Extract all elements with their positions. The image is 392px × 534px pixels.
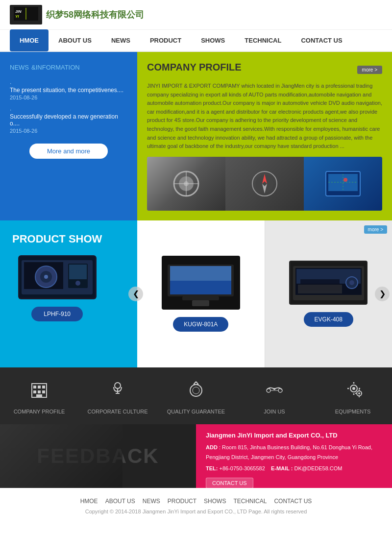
mic-svg-icon <box>108 380 127 399</box>
product-device-2-icon <box>163 257 239 309</box>
svg-point-53 <box>193 387 199 394</box>
svg-point-40 <box>349 280 354 285</box>
email-label: E-MAIL : <box>271 465 293 471</box>
footer-copyright: Copyright © 2014-2018 Jiangmen JinYi Imp… <box>10 509 382 514</box>
tel-number: +86-0750-3065582 <box>220 465 265 471</box>
footer-company-label: COMPANY PROFILE <box>14 409 65 414</box>
footer-nav-product[interactable]: PRODUCT <box>168 498 196 505</box>
footer-icon-company[interactable]: COMPANY PROFILE <box>0 367 78 424</box>
svg-point-57 <box>267 388 270 392</box>
svg-rect-48 <box>36 394 42 397</box>
contact-us-button[interactable]: CONTACT US <box>206 478 253 488</box>
svg-rect-30 <box>170 266 231 281</box>
feedback-hand-image <box>0 424 122 488</box>
footer-icon-corporate[interactable]: CORPORATE CULTURE <box>78 367 157 424</box>
navigation: HMOE ABOUT US NEWS PRODUCT SHOWS TECHNIC… <box>0 30 392 52</box>
footer-nav-home[interactable]: HMOE <box>80 498 98 505</box>
svg-rect-45 <box>33 390 36 393</box>
nav-home[interactable]: HMOE <box>10 29 49 51</box>
nav-news[interactable]: NEWS <box>101 29 140 51</box>
product-more-button[interactable]: more > <box>364 225 387 234</box>
profile-title: COMPANY PROFILE <box>147 62 242 73</box>
nav-screen-icon <box>323 169 363 198</box>
footer-icons-bar: COMPANY PROFILE CORPORATE CULTURE QUALIT… <box>0 367 392 424</box>
svg-rect-25 <box>69 265 87 279</box>
car-wheel-icon <box>167 169 206 198</box>
news-subtitle: &INFORMATION <box>31 64 80 71</box>
mic-icon <box>108 380 127 404</box>
email-address: DK@DEDE58.COM <box>294 465 343 471</box>
footer-icon-equipment[interactable]: EQUIPMENTS <box>314 367 392 424</box>
logo-box: JIN YI <box>10 5 42 24</box>
footer-nav-news[interactable]: NEWS <box>143 498 160 505</box>
profile-more-button[interactable]: more > <box>357 66 382 74</box>
contact-address: ADD : Room 815, Jinhua Business Building… <box>206 443 382 462</box>
nav-product[interactable]: PRODUCT <box>140 29 191 51</box>
profile-img-nav <box>304 157 382 211</box>
gear-icon <box>343 380 363 404</box>
news-item-1: · The present situation, the competitive… <box>10 80 127 100</box>
logo-text: 织梦58网络科技有限公司 <box>46 9 144 21</box>
product-items-wrapper: ❮ KUGW-801A more > <box>137 220 392 367</box>
handshake-icon <box>265 380 284 404</box>
product-item-1: LPHF-910 <box>12 255 102 321</box>
footer-nav-links: HMOE ABOUT US NEWS PRODUCT SHOWS TECHNIC… <box>10 498 382 505</box>
tel-label: TEL: <box>206 465 218 471</box>
logo-icon: JIN YI <box>14 7 38 21</box>
news-more-button[interactable]: More and more <box>29 144 108 159</box>
svg-point-58 <box>278 388 282 392</box>
contact-section: Jiangmen JinYi Import and Export CO., LT… <box>196 424 392 488</box>
nav-about[interactable]: ABOUT US <box>49 29 101 51</box>
news-link-2[interactable]: Successfully developed a new generation … <box>10 113 127 127</box>
svg-rect-32 <box>192 300 209 306</box>
contact-address-text: : Room 815, Jinhua Business Building, No… <box>206 444 372 460</box>
news-item-2: · Successfully developed a new generatio… <box>10 106 127 134</box>
product-img-2 <box>162 256 240 310</box>
product-img-1 <box>18 255 97 299</box>
feedback-section: FEEDBACK <box>0 424 196 488</box>
news-link-1[interactable]: The present situation, the competitivene… <box>10 87 127 94</box>
nav-shows[interactable]: SHOWS <box>191 29 235 51</box>
nav-contact[interactable]: CONTACT US <box>291 29 352 51</box>
product-btn-2[interactable]: KUGW-801A <box>173 317 228 332</box>
product-btn-1[interactable]: LPHF-910 <box>31 307 83 321</box>
profile-img-compass <box>225 157 304 211</box>
news-title: NEWS &INFORMATION <box>10 62 127 72</box>
logo: JIN YI 织梦58网络科技有限公司 <box>10 5 144 24</box>
product-btn-3[interactable]: EVGK-408 <box>304 312 353 327</box>
product-device-1-icon <box>19 256 95 298</box>
footer-join-label: JOIN US <box>264 409 285 414</box>
footer-nav-contact[interactable]: CONTACT US <box>274 498 312 505</box>
news-date-2: 2015-08-26 <box>10 128 127 134</box>
news-profile-row: NEWS &INFORMATION · The present situatio… <box>0 52 392 220</box>
svg-rect-43 <box>38 386 41 388</box>
footer-nav: HMOE ABOUT US NEWS PRODUCT SHOWS TECHNIC… <box>0 488 392 524</box>
svg-point-52 <box>190 385 202 396</box>
bottom-row: FEEDBACK Jiangmen JinYi Import and Expor… <box>0 424 392 488</box>
product-next-button[interactable]: ❯ <box>375 287 390 301</box>
add-label: ADD <box>206 444 218 450</box>
footer-icon-quality[interactable]: QUALITY GUARANTEE <box>157 367 235 424</box>
building-svg-icon <box>29 380 49 399</box>
product-img-3 <box>289 261 368 305</box>
profile-img-car <box>147 157 225 211</box>
nav-technical[interactable]: TECHNICAL <box>235 29 291 51</box>
footer-icon-join[interactable]: JOIN US <box>235 367 314 424</box>
product-item-2: KUGW-801A <box>137 220 265 367</box>
svg-point-17 <box>343 178 347 182</box>
footer-quality-label: QUALITY GUARANTEE <box>167 409 225 414</box>
contact-company-name: Jiangmen JinYi Import and Export CO., LT… <box>206 432 382 439</box>
product-label: PRODUCT SHOW LPHF-910 <box>0 220 137 367</box>
footer-nav-about[interactable]: ABOUT US <box>105 498 135 505</box>
medal-svg-icon <box>186 380 206 399</box>
svg-rect-38 <box>298 285 342 293</box>
contact-tel-email: TEL: +86-0750-3065582 E-MAIL : DK@DEDE58… <box>206 464 382 474</box>
svg-text:YI: YI <box>15 14 19 19</box>
footer-nav-shows[interactable]: SHOWS <box>204 498 226 505</box>
svg-rect-31 <box>182 296 219 300</box>
handshake-svg-icon <box>265 380 284 399</box>
footer-nav-technical[interactable]: TECHNICAL <box>233 498 267 505</box>
svg-rect-42 <box>33 386 36 388</box>
product-prev-button[interactable]: ❮ <box>128 287 143 301</box>
news-date-1: 2015-08-26 <box>10 95 127 100</box>
